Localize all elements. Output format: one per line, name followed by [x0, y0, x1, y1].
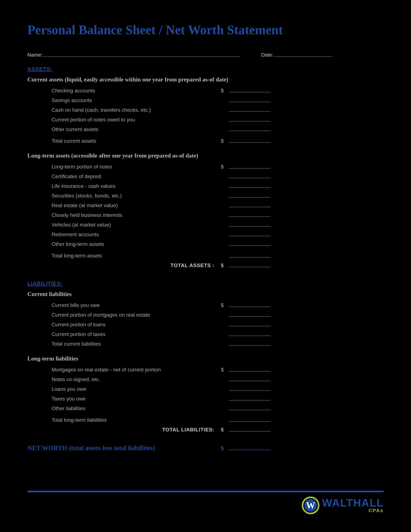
subtotal-label: Total current assets [28, 137, 221, 145]
grand-total-row: TOTAL ASSETS :$ [28, 260, 383, 270]
line-item: Checking accounts$ [28, 86, 383, 95]
amount-input-line[interactable] [229, 417, 271, 422]
line-item: Savings accounts [28, 95, 383, 105]
line-item: Current portion of notes owed to you [28, 115, 383, 124]
name-label: Name: [28, 52, 43, 58]
brand-logo: W WALTHALL CPAs [28, 496, 383, 514]
amount-input-line[interactable] [229, 263, 271, 267]
subtotal-label: Total long-term assets [28, 252, 221, 260]
item-label: Closely held business interests [28, 211, 221, 219]
line-item: Mortgages on real estate - net of curren… [28, 365, 383, 374]
networth-row: NET WORTH (total assets less total liabi… [28, 444, 383, 452]
line-item: Other liabilities [28, 404, 383, 413]
amount-input-line[interactable] [229, 138, 271, 143]
amount-input-line[interactable] [229, 107, 271, 112]
amount-input-line[interactable] [229, 127, 271, 131]
item-label: Other long-term assets [28, 240, 221, 248]
liabilities-header: LIABILITIES: [28, 281, 383, 287]
amount-input-line[interactable] [229, 312, 271, 317]
amount-input-line[interactable] [229, 445, 271, 450]
subtotal-row: Total long-term assets [28, 251, 383, 260]
item-label: Current portion of loans [28, 321, 221, 328]
line-item: Current portion of taxes [28, 329, 383, 339]
amount-input-line[interactable] [229, 427, 271, 431]
dollar-sign: $ [221, 426, 229, 434]
item-label: Vehicles (at market value) [28, 221, 221, 228]
line-item: Vehicles (at market value) [28, 220, 383, 229]
line-item: Certificates of deposit [28, 171, 383, 181]
amount-input-line[interactable] [229, 386, 271, 391]
current-liabilities-subhead: Current liabilities [28, 291, 383, 297]
subtotal-row: Total long-term liabilities [28, 415, 383, 425]
logo-mark-icon: W [302, 496, 319, 514]
subtotal-row: Total current liabilities [28, 339, 383, 349]
line-item: Current portion of mortgages on real est… [28, 310, 383, 320]
dollar-sign: $ [221, 261, 229, 269]
dollar-sign: $ [221, 445, 229, 451]
page-title: Personal Balance Sheet / Net Worth State… [28, 23, 383, 37]
amount-input-line[interactable] [229, 174, 271, 178]
longterm-assets-subhead: Long-term assets (accessible after one y… [28, 152, 383, 159]
amount-input-line[interactable] [229, 232, 271, 236]
item-label: Other current assets [28, 125, 221, 133]
item-label: Retirement accounts [28, 230, 221, 238]
amount-input-line[interactable] [229, 303, 271, 307]
item-label: Loans you owe [28, 385, 221, 393]
amount-input-line[interactable] [229, 117, 271, 121]
line-item: Taxes you owe [28, 394, 383, 404]
date-label: Date: [261, 52, 273, 58]
amount-input-line[interactable] [229, 406, 271, 410]
amount-input-line[interactable] [229, 212, 271, 217]
amount-input-line[interactable] [229, 241, 271, 246]
subtotal-label: Total long-term liabilities [28, 416, 221, 424]
name-input-line[interactable] [44, 52, 240, 57]
item-label: Checking accounts [28, 87, 221, 95]
line-item: Other long-term assets [28, 239, 383, 249]
brand-name: WALTHALL [322, 498, 383, 508]
assets-header: ASSETS: [28, 66, 383, 72]
amount-input-line[interactable] [229, 322, 271, 326]
amount-input-line[interactable] [229, 222, 271, 227]
amount-input-line[interactable] [229, 396, 271, 400]
amount-input-line[interactable] [229, 164, 271, 169]
item-label: Securities (stocks, bonds, etc.) [28, 192, 221, 200]
amount-input-line[interactable] [229, 97, 271, 102]
longterm-liabilities-subhead: Long-term liabilities [28, 355, 383, 362]
dollar-sign: $ [221, 163, 229, 171]
logo-letter: W [306, 501, 315, 510]
item-label: Life insurance - cash values [28, 182, 221, 190]
amount-input-line[interactable] [229, 193, 271, 198]
amount-input-line[interactable] [229, 367, 271, 371]
line-item: Notes co-signed, etc. [28, 374, 383, 384]
item-label: Current bills you owe [28, 301, 221, 309]
item-label: Real estate (at market value) [28, 201, 221, 209]
item-label: Certificates of deposit [28, 172, 221, 180]
item-label: Current portion of mortgages on real est… [28, 311, 221, 319]
line-item: Long-term portion of notes$ [28, 162, 383, 171]
amount-input-line[interactable] [229, 341, 271, 346]
line-item: Loans you owe [28, 384, 383, 394]
footer: W WALTHALL CPAs [28, 491, 383, 514]
line-item: Retirement accounts [28, 229, 383, 239]
amount-input-line[interactable] [229, 88, 271, 92]
dollar-sign: $ [221, 87, 229, 95]
line-item: Closely held business interests [28, 210, 383, 220]
line-item: Securities (stocks, bonds, etc.) [28, 191, 383, 200]
dollar-sign: $ [221, 137, 229, 145]
amount-input-line[interactable] [229, 377, 271, 381]
amount-input-line[interactable] [229, 183, 271, 188]
item-label: Current portion of taxes [28, 330, 221, 338]
subtotal-row: Total current assets$ [28, 136, 383, 146]
dollar-sign: $ [221, 301, 229, 309]
line-item: Current bills you owe$ [28, 300, 383, 310]
item-label: Current portion of notes owed to you [28, 116, 221, 124]
amount-input-line[interactable] [229, 253, 271, 257]
grand-total-row: TOTAL LIABILITIES:$ [28, 425, 383, 435]
amount-input-line[interactable] [229, 203, 271, 207]
dollar-sign: $ [221, 366, 229, 373]
grand-total-label: TOTAL ASSETS : [28, 261, 221, 269]
line-item: Cash on hand (cash, travelers checks, et… [28, 105, 383, 115]
networth-label: NET WORTH (total assets less total liabi… [28, 444, 221, 452]
amount-input-line[interactable] [229, 332, 271, 336]
date-input-line[interactable] [274, 52, 333, 57]
